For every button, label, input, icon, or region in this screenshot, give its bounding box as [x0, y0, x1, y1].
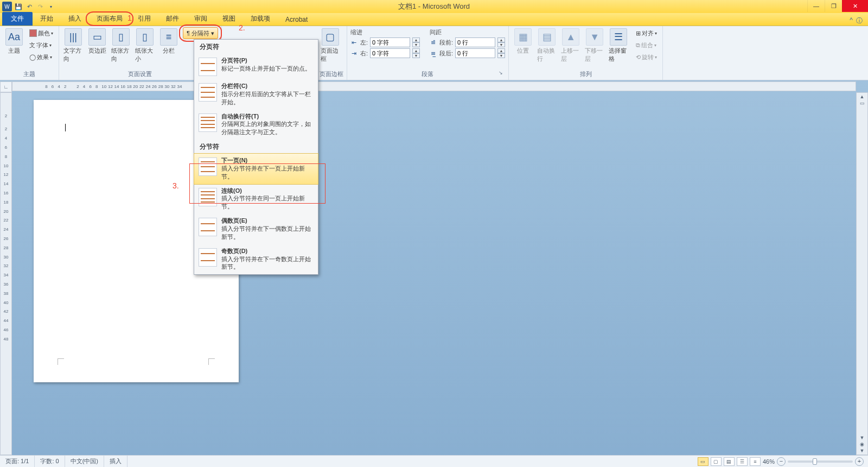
maximize-button[interactable]: ❐ — [825, 0, 842, 12]
minimize-ribbon-icon[interactable]: ^ — [850, 16, 853, 26]
next-page-icon — [199, 157, 217, 176]
group-button[interactable]: ⧉组合▾ — [634, 39, 659, 51]
indent-right-up[interactable]: ▲ — [412, 48, 420, 53]
column-break-icon — [199, 83, 217, 102]
spacing-before-input[interactable] — [455, 37, 495, 47]
minimize-button[interactable]: — — [807, 0, 825, 12]
text-direction-icon: ||| — [65, 28, 82, 46]
zoom-slider[interactable] — [788, 460, 853, 463]
menu-text-wrap-break[interactable]: 自动换行符(T)分隔网页上的对象周围的文字，如分隔题注文字与正文。 — [194, 110, 318, 140]
scroll-down-icon[interactable]: ▼ — [860, 435, 865, 440]
crop-mark-bl — [58, 358, 64, 365]
align-icon: ⊞ — [636, 30, 641, 37]
zoom-in-button[interactable]: + — [855, 457, 864, 466]
horizontal-ruler[interactable]: 8642246810121416182022242628303234 — [12, 81, 856, 91]
vertical-ruler[interactable]: 2246810121416182022242628303234363840424… — [0, 92, 12, 455]
tab-home[interactable]: 开始 — [33, 12, 61, 26]
colors-button[interactable]: 颜色▾ — [27, 27, 55, 39]
selection-pane-icon: ☰ — [610, 28, 627, 46]
spacing-after-down[interactable]: ▼ — [497, 53, 505, 58]
menu-column-break[interactable]: 分栏符(C)指示分栏符后面的文字将从下一栏开始。 — [194, 79, 318, 110]
bring-forward-button[interactable]: ▲上移一层 — [560, 27, 582, 63]
tab-file[interactable]: 文件 — [2, 12, 33, 26]
spacing-after-input[interactable] — [455, 48, 495, 58]
status-page[interactable]: 页面: 1/1 — [0, 456, 35, 467]
spacing-before-icon: ≡̄ — [430, 39, 437, 46]
undo-icon[interactable]: ↶ — [25, 2, 34, 11]
indent-right-down[interactable]: ▼ — [412, 53, 420, 58]
position-button[interactable]: ▦位置 — [512, 27, 534, 55]
columns-button[interactable]: ≡分栏 — [158, 27, 180, 55]
margins-button[interactable]: ▭页边距 — [86, 27, 108, 55]
bring-forward-icon: ▲ — [562, 28, 579, 46]
spacing-before-down[interactable]: ▼ — [497, 42, 505, 47]
word-icon: W — [2, 2, 12, 11]
menu-odd-page[interactable]: 奇数页(D)插入分节符并在下一奇数页上开始新节。 — [194, 244, 318, 275]
scroll-up-icon[interactable]: ▲ — [860, 94, 865, 99]
indent-right-input[interactable] — [370, 48, 410, 58]
orientation-icon: ▯ — [112, 28, 130, 46]
menu-next-page[interactable]: 下一页(N)插入分节符并在下一页上开始新节。 — [194, 153, 318, 185]
view-print-layout[interactable]: ▭ — [698, 457, 709, 466]
tab-page-layout[interactable]: 页面布局 — [89, 12, 130, 26]
status-mode[interactable]: 插入 — [104, 456, 127, 467]
indent-left-input[interactable] — [370, 37, 410, 47]
fonts-button[interactable]: 文字体▾ — [27, 39, 55, 51]
menu-page-break[interactable]: 分页符(P)标记一页终止并开始下一页的点。 — [194, 54, 318, 79]
page-borders-icon: ▢ — [322, 28, 339, 46]
size-button[interactable]: ▯纸张大小 — [134, 27, 156, 63]
margins-icon: ▭ — [88, 28, 106, 46]
spacing-after-up[interactable]: ▲ — [497, 48, 505, 53]
wrap-text-button[interactable]: ▤自动换行 — [536, 27, 558, 63]
group-paragraph-label: 段落↘ — [350, 69, 505, 80]
indent-left-up[interactable]: ▲ — [412, 37, 420, 42]
effects-icon: ◯ — [29, 54, 36, 61]
wrap-icon: ▤ — [538, 28, 556, 46]
zoom-out-button[interactable]: − — [777, 457, 786, 466]
align-button[interactable]: ⊞对齐▾ — [634, 27, 659, 39]
rotate-button[interactable]: ⟲旋转▾ — [634, 51, 659, 63]
qat-more-icon[interactable]: ▾ — [47, 2, 55, 11]
status-bar: 页面: 1/1 字数: 0 中文(中国) 插入 ▭ ▢ ▤ ☰ ≡ 46% − … — [0, 455, 868, 467]
view-web-layout[interactable]: ▤ — [724, 457, 735, 466]
tab-mailings[interactable]: 邮件 — [158, 12, 187, 26]
vertical-scrollbar[interactable]: ▲ ▭ ▼ ◉ ▼ — [856, 92, 868, 455]
view-full-reading[interactable]: ▢ — [711, 457, 722, 466]
tab-acrobat[interactable]: Acrobat — [278, 14, 315, 26]
spacing-after-icon: ≡̲ — [430, 50, 437, 57]
status-language[interactable]: 中文(中国) — [65, 456, 104, 467]
spacing-before-up[interactable]: ▲ — [497, 37, 505, 42]
ruler-corner[interactable]: ∟ — [0, 81, 12, 92]
ruler-toggle-icon[interactable]: ▭ — [860, 100, 865, 106]
indent-left-down[interactable]: ▼ — [412, 42, 420, 47]
status-word-count[interactable]: 字数: 0 — [35, 456, 65, 467]
themes-button[interactable]: Aa 主题 — [3, 27, 25, 55]
text-direction-button[interactable]: |||文字方向 — [62, 27, 84, 63]
tab-references[interactable]: 引用 — [130, 12, 158, 26]
menu-even-page[interactable]: 偶数页(E)插入分节符并在下一偶数页上开始新节。 — [194, 214, 318, 244]
save-icon[interactable]: 💾 — [14, 2, 23, 11]
redo-icon[interactable]: ↷ — [36, 2, 44, 11]
indent-right: ⇥ 右: ▲▼ — [350, 48, 420, 58]
orientation-button[interactable]: ▯纸张方向 — [110, 27, 132, 63]
tab-insert[interactable]: 插入 — [61, 12, 89, 26]
menu-continuous[interactable]: 连续(O)插入分节符并在同一页上开始新节。 — [194, 184, 318, 214]
page-breaks-header: 分页符 — [194, 40, 318, 54]
paragraph-launcher[interactable]: ↘ — [497, 70, 504, 77]
close-button[interactable]: ✕ — [842, 0, 868, 12]
tab-addins[interactable]: 加载项 — [243, 12, 278, 26]
next-page-icon[interactable]: ▼ — [860, 448, 865, 453]
prev-page-icon[interactable]: ◉ — [860, 441, 864, 447]
tab-review[interactable]: 审阅 — [187, 12, 215, 26]
page-borders-button[interactable]: ▢页面边框 — [320, 27, 341, 63]
view-outline[interactable]: ☰ — [737, 457, 748, 466]
view-draft[interactable]: ≡ — [750, 457, 761, 466]
effects-button[interactable]: ◯效果▾ — [27, 51, 55, 63]
help-icon[interactable]: ⓘ — [856, 16, 863, 26]
send-backward-button[interactable]: ▼下移一层 — [584, 27, 605, 63]
zoom-slider-thumb[interactable] — [813, 458, 817, 465]
caret-down-icon: ▾ — [211, 30, 214, 37]
zoom-level[interactable]: 46% — [763, 458, 775, 465]
breaks-button[interactable]: ¶ 分隔符 ▾ — [183, 27, 218, 39]
selection-pane-button[interactable]: ☰选择窗格 — [608, 27, 629, 63]
